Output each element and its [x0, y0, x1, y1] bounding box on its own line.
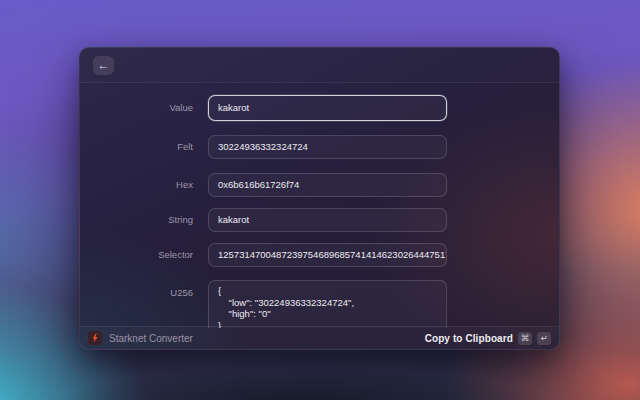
- form-row-u256: U256 { "low": "30224936332324724", "high…: [80, 280, 559, 328]
- felt-label: Felt: [80, 135, 193, 159]
- lightning-bolt-icon: [90, 333, 100, 343]
- form-row-selector: Selector 1257314700487239754689685741414…: [80, 243, 559, 267]
- copy-to-clipboard-label: Copy to Clipboard: [425, 333, 513, 344]
- hex-label: Hex: [80, 173, 193, 197]
- form-row-string: String kakarot: [80, 208, 559, 232]
- starknet-converter-window: ← Value kakarot Felt 30224936332324724 H…: [79, 47, 560, 350]
- felt-input[interactable]: 30224936332324724: [208, 135, 447, 159]
- command-key-icon: ⌘: [518, 332, 532, 345]
- copy-to-clipboard-button[interactable]: Copy to Clipboard ⌘ ↵: [425, 332, 551, 345]
- u256-textarea[interactable]: { "low": "30224936332324724", "high": "0…: [208, 280, 447, 328]
- string-label: String: [80, 208, 193, 232]
- selector-input[interactable]: 1257314700487239754689685741414623026444…: [208, 243, 447, 267]
- return-key-icon: ↵: [537, 332, 551, 345]
- form-row-value: Value kakarot: [80, 95, 559, 121]
- value-input[interactable]: kakarot: [208, 95, 447, 121]
- form-row-hex: Hex 0x6b616b61726f74: [80, 173, 559, 197]
- converter-form: Value kakarot Felt 30224936332324724 Hex…: [80, 84, 559, 328]
- back-button[interactable]: ←: [93, 56, 114, 75]
- value-label: Value: [80, 95, 193, 121]
- form-row-felt: Felt 30224936332324724: [80, 135, 559, 159]
- selector-label: Selector: [80, 243, 193, 267]
- window-header: ←: [80, 48, 559, 83]
- desktop-background: ← Value kakarot Felt 30224936332324724 H…: [0, 0, 640, 400]
- string-input[interactable]: kakarot: [208, 208, 447, 232]
- window-footer: Starknet Converter Copy to Clipboard ⌘ ↵: [80, 326, 559, 349]
- app-icon: [88, 331, 102, 345]
- hex-input[interactable]: 0x6b616b61726f74: [208, 173, 447, 197]
- app-name: Starknet Converter: [109, 333, 193, 344]
- u256-label: U256: [80, 280, 193, 328]
